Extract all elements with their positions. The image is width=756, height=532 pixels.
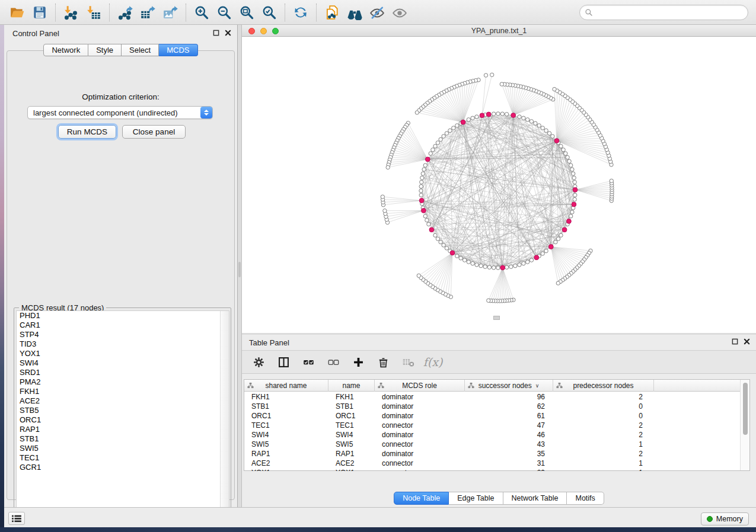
table-panel-title: Table Panel — [249, 338, 289, 347]
status-bar: Memory — [4, 507, 756, 527]
float-panel-icon[interactable] — [213, 30, 219, 36]
mcds-result-item[interactable]: STB5 — [17, 406, 229, 415]
desktop-background-left — [0, 25, 4, 527]
save-session-button[interactable] — [28, 2, 51, 23]
tab-edge-table[interactable]: Edge Table — [449, 492, 503, 505]
cell-predecessor-nodes: 1 — [553, 459, 654, 468]
tab-mcds[interactable]: MCDS — [159, 44, 197, 56]
hide-selected-button[interactable] — [366, 2, 388, 23]
table-row[interactable]: RAP1RAP1dominator352 — [244, 449, 741, 459]
table-row[interactable]: ORC1ORC1dominator610 — [244, 411, 741, 421]
mcds-result-list[interactable]: PHD1CAR1STP4TID3YOX1SWI4SRD1PMA2FKH1ACE2… — [16, 310, 229, 520]
table-row[interactable]: YOX1YOX1connector291 — [244, 468, 741, 471]
tab-style[interactable]: Style — [88, 44, 122, 56]
create-column-button[interactable] — [350, 354, 366, 370]
mcds-result-item[interactable]: SWI5 — [17, 444, 229, 453]
run-mcds-button[interactable]: Run MCDS — [58, 125, 116, 139]
apply-layout-button[interactable] — [289, 2, 312, 23]
table-row[interactable]: ACE2ACE2connector311 — [244, 459, 741, 468]
mcds-result-item[interactable]: SWI4 — [17, 358, 229, 368]
mcds-result-item[interactable]: STB1 — [17, 434, 229, 444]
delete-columns-button[interactable] — [375, 354, 391, 370]
deselect-all-button[interactable] — [325, 354, 342, 370]
table-header: shared namenameMCDS rolesuccessor nodes∨… — [244, 380, 741, 392]
import-network-button[interactable] — [60, 2, 82, 23]
zoom-in-button[interactable] — [190, 2, 213, 23]
search-input[interactable] — [596, 7, 748, 18]
table-settings-button[interactable] — [250, 354, 267, 370]
memory-button[interactable]: Memory — [701, 512, 749, 525]
import-network-icon — [63, 5, 79, 20]
select-stepper-icon — [200, 107, 212, 118]
first-neighbors-button[interactable] — [343, 2, 366, 23]
new-network-from-selection-button[interactable] — [321, 2, 343, 23]
table-toolbar: f(x) — [242, 350, 756, 374]
cell-name: RAP1 — [328, 449, 375, 459]
mcds-result-item[interactable]: ORC1 — [17, 415, 229, 425]
column-header-shared-name[interactable]: shared name — [244, 380, 328, 392]
mcds-result-item[interactable]: TEC1 — [17, 453, 229, 463]
close-panel-icon[interactable] — [225, 30, 231, 36]
table-row[interactable]: FKH1FKH1dominator962 — [244, 392, 741, 402]
column-header-predecessor-nodes[interactable]: predecessor nodes — [553, 380, 654, 392]
column-header-name[interactable]: name — [328, 380, 375, 392]
mcds-result-item[interactable]: CAR1 — [17, 321, 229, 330]
optimization-select-value: largest connected component (undirected) — [28, 108, 200, 117]
table-tabs: Node TableEdge TableNetwork TableMotifs — [242, 492, 756, 505]
mcds-result-item[interactable]: YOX1 — [17, 349, 229, 358]
export-table-button[interactable] — [136, 2, 159, 23]
table-row[interactable]: TEC1TEC1connector472 — [244, 421, 741, 430]
open-session-button[interactable] — [6, 2, 28, 23]
mcds-result-item[interactable]: PHD1 — [17, 311, 229, 321]
close-table-panel-icon[interactable] — [744, 338, 750, 345]
splitter-grip[interactable] — [238, 262, 241, 277]
zoom-selected-button[interactable] — [258, 2, 280, 23]
tab-select[interactable]: Select — [122, 44, 159, 56]
cell-predecessor-nodes: 2 — [553, 392, 654, 402]
export-image-button[interactable] — [159, 2, 181, 23]
table-scrollbar[interactable] — [740, 380, 749, 470]
task-history-button[interactable] — [8, 512, 25, 525]
mcds-result-item[interactable]: SRD1 — [17, 368, 229, 377]
import-table-button[interactable] — [82, 2, 105, 23]
float-table-panel-icon[interactable] — [732, 338, 738, 345]
table-scrollbar-thumb[interactable] — [743, 383, 748, 435]
zoom-out-button[interactable] — [213, 2, 235, 23]
network-splitter-grip[interactable] — [493, 316, 500, 320]
mcds-result-groupbox: MCDS result (17 nodes) PHD1CAR1STP4TID3Y… — [14, 307, 231, 522]
show-all-button[interactable] — [388, 2, 411, 23]
mcds-result-item[interactable]: STP4 — [17, 330, 229, 339]
first-neighbors-icon — [347, 5, 362, 20]
column-header-successor-nodes[interactable]: successor nodes∨ — [465, 380, 553, 392]
table-row[interactable]: SWI4SWI4dominator462 — [244, 430, 741, 440]
search-box[interactable] — [579, 5, 748, 20]
close-panel-button[interactable]: Close panel — [122, 125, 186, 139]
network-graph[interactable] — [242, 37, 756, 333]
network-view-panel: YPA_prune.txt_1 — [242, 25, 756, 333]
control-panel-title: Control Panel — [12, 29, 59, 38]
cell-name: SWI4 — [328, 430, 375, 440]
mcds-result-item[interactable]: PMA2 — [17, 377, 229, 387]
mcds-list-scrollbar[interactable] — [220, 311, 229, 519]
mcds-result-item[interactable]: RAP1 — [17, 425, 229, 434]
mcds-result-item[interactable]: TID3 — [17, 339, 229, 349]
tab-network[interactable]: Network — [43, 44, 88, 56]
export-network-button[interactable] — [114, 2, 136, 23]
optimization-select[interactable]: largest connected component (undirected) — [27, 106, 213, 119]
tab-motifs[interactable]: Motifs — [567, 492, 604, 505]
select-all-button[interactable] — [300, 354, 317, 370]
cell-successor-nodes: 47 — [465, 421, 553, 430]
tab-node-table[interactable]: Node Table — [394, 492, 449, 505]
show-columns-button[interactable] — [275, 354, 292, 370]
table-row[interactable]: SWI5SWI5connector431 — [244, 440, 741, 449]
tab-network-table[interactable]: Network Table — [503, 492, 567, 505]
mcds-result-item[interactable]: ACE2 — [17, 396, 229, 406]
mcds-result-item[interactable]: GCR1 — [17, 463, 229, 472]
function-builder-icon: f(x) — [423, 355, 443, 368]
mcds-result-item[interactable]: FKH1 — [17, 387, 229, 396]
zoom-fit-button[interactable] — [235, 2, 258, 23]
column-header-MCDS-role[interactable]: MCDS role — [375, 380, 465, 392]
vertical-splitter[interactable] — [238, 25, 242, 507]
network-window-titlebar[interactable]: YPA_prune.txt_1 — [242, 25, 756, 37]
table-row[interactable]: STB1STB1dominator620 — [244, 402, 741, 411]
